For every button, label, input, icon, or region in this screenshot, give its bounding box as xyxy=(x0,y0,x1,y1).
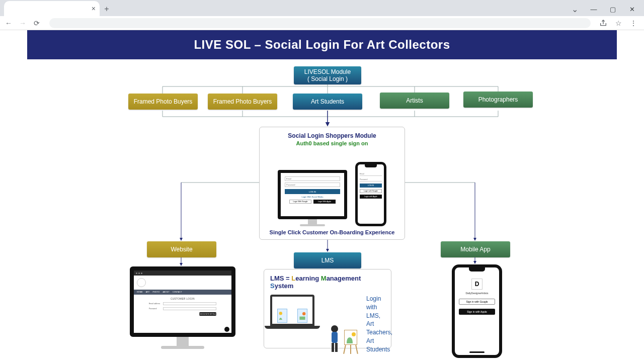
site-logo-icon xyxy=(137,278,146,287)
node-photographers: Photographers xyxy=(463,92,533,108)
node-framed-buyers-1: Framed Photo Buyers xyxy=(128,94,198,110)
phone-apple-button[interactable]: Sign in with Apple xyxy=(459,309,495,315)
shoppers-card: Social Login Shoppers Module Auth0 based… xyxy=(259,127,405,240)
node-framed-buyers-2: Framed Photo Buyers xyxy=(208,94,277,110)
desktop-login-button[interactable]: LOG IN xyxy=(285,189,340,194)
close-tab-icon[interactable]: × xyxy=(92,5,96,13)
chat-widget-icon[interactable] xyxy=(224,327,229,332)
window-close-button[interactable]: ✕ xyxy=(623,2,641,16)
svg-rect-24 xyxy=(332,332,338,343)
site-nav: HOMEARTPHOTOABOUTCONTACT xyxy=(134,290,231,295)
tab-list-chevron-icon[interactable]: ⌄ xyxy=(568,2,582,16)
home-bar-icon xyxy=(469,351,485,353)
shoppers-title: Social Login Shoppers Module xyxy=(288,132,376,139)
svg-point-27 xyxy=(352,332,356,336)
page-body: LIVE SOL – Social Login For Art Collecto… xyxy=(0,30,644,362)
app-logo-icon: D xyxy=(471,279,482,290)
forward-icon[interactable]: → xyxy=(18,19,27,28)
tab-row: × + ⌄ — ▢ ✕ xyxy=(0,0,644,16)
svg-rect-26 xyxy=(335,343,338,352)
reload-icon[interactable]: ⟳ xyxy=(32,19,41,28)
back-icon[interactable]: ← xyxy=(4,19,13,28)
desktop-login-social-label: Login With Social Media xyxy=(302,196,324,198)
node-root: LIVESOL Module ( Social Login ) xyxy=(294,66,361,84)
window-controls: ⌄ — ▢ ✕ xyxy=(564,2,644,16)
svg-rect-25 xyxy=(332,343,334,352)
lms-card: LMS = Learning Management System xyxy=(264,269,391,348)
share-icon[interactable] xyxy=(599,19,608,28)
node-root-line1: LIVESOL Module xyxy=(304,68,351,75)
site-signin-button[interactable]: SIGN IN WITH GOOGLE xyxy=(199,312,216,316)
lms-heading: LMS = Learning Management System xyxy=(270,275,385,290)
easel-icon xyxy=(342,329,359,354)
lms-text: Login with LMS, Art Teachers, Art Studen… xyxy=(366,295,392,354)
browser-tab[interactable]: × xyxy=(4,1,100,16)
phone-google-button[interactable]: Sign in with Google xyxy=(459,299,495,305)
miniphone-login-button[interactable]: LOG IN xyxy=(360,184,382,188)
desktop-email-input[interactable] xyxy=(285,176,340,181)
address-row: ← → ⟳ ☆ ⋮ xyxy=(0,16,644,30)
url-bar[interactable] xyxy=(49,18,591,28)
shoppers-subtitle: Auth0 based single sign on xyxy=(296,140,368,146)
node-mobile-app: Mobile App xyxy=(441,241,510,257)
new-tab-button[interactable]: + xyxy=(100,2,114,16)
page-title: LIVE SOL – Social Login For Art Collecto… xyxy=(27,30,617,59)
node-artists: Artists xyxy=(380,93,449,109)
svg-rect-21 xyxy=(299,317,305,320)
window-maximize-button[interactable]: ▢ xyxy=(604,2,622,16)
node-lms: LMS xyxy=(294,252,361,268)
desktop-google-button[interactable]: Login With Google xyxy=(289,200,311,204)
miniphone-password-input[interactable] xyxy=(360,177,382,182)
site-password-label: Password xyxy=(149,308,161,310)
desktop-mock: LOG IN Login With Social Media Login Wit… xyxy=(278,170,347,226)
miniphone-email-input[interactable] xyxy=(360,172,382,176)
node-root-line2: ( Social Login ) xyxy=(307,75,348,82)
shoppers-footer: Single Click Customer On-Boarding Experi… xyxy=(270,229,395,235)
website-monitor: HOMEARTPHOTOABOUTCONTACT CUSTOMER LOGIN … xyxy=(130,266,235,349)
app-brand: DailyDesignerArtists xyxy=(465,292,488,295)
site-password-input[interactable] xyxy=(163,307,216,310)
window-minimize-button[interactable]: — xyxy=(585,2,603,16)
svg-point-23 xyxy=(331,325,338,332)
bookmark-star-icon[interactable]: ☆ xyxy=(614,19,623,28)
node-website: Website xyxy=(147,241,216,257)
browser-chrome: × + ⌄ — ▢ ✕ ← → ⟳ ☆ ⋮ xyxy=(0,0,644,30)
svg-point-22 xyxy=(302,312,305,315)
miniphone-google-button[interactable]: Login with Google xyxy=(360,189,382,193)
site-form-title: CUSTOMER LOGIN xyxy=(149,298,216,300)
node-art-students: Art Students xyxy=(293,94,362,110)
mobile-app-phone: D DailyDesignerArtists Sign in with Goog… xyxy=(452,264,502,358)
desktop-password-input[interactable] xyxy=(285,183,340,187)
svg-point-20 xyxy=(279,312,282,315)
site-email-label: Email address xyxy=(149,303,161,305)
miniphone-apple-button[interactable]: Login with Apple xyxy=(360,195,382,199)
phone-mock-small: LOG IN Login with Google Login with Appl… xyxy=(355,162,386,226)
desktop-apple-button[interactable]: Login With Apple xyxy=(313,200,336,204)
lms-laptop-icon xyxy=(270,295,314,326)
kebab-menu-icon[interactable]: ⋮ xyxy=(629,19,638,28)
student-icon xyxy=(327,324,342,354)
site-email-input[interactable] xyxy=(163,302,216,305)
